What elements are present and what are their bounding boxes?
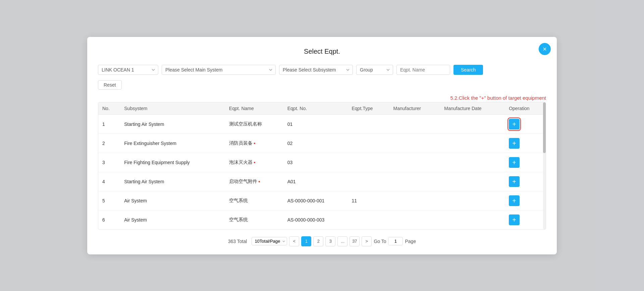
cell-eqpt-name: 启动空气附件 <box>225 172 283 191</box>
cell-eqpt-type <box>347 153 389 172</box>
next-page-button[interactable]: > <box>362 236 372 246</box>
cell-no: 4 <box>98 172 120 191</box>
cell-eqpt-no: A01 <box>283 172 348 191</box>
cell-eqpt-no: 02 <box>283 134 348 153</box>
cell-eqpt-type <box>347 172 389 191</box>
add-equipment-button[interactable]: + <box>509 119 520 130</box>
select-eqpt-modal: Select Eqpt. × LINK OCEAN 1 Please Selec… <box>87 37 557 254</box>
cell-operation: + <box>505 134 546 153</box>
add-equipment-button[interactable]: + <box>509 214 520 225</box>
reset-button[interactable]: Reset <box>98 80 122 90</box>
cell-eqpt-name: 空气系统 <box>225 191 283 210</box>
cell-eqpt-name: 测试空压机名称 <box>225 114 283 134</box>
add-equipment-button[interactable]: + <box>509 195 520 206</box>
page-per-select[interactable]: 10Total/Page 20Total/Page 50Total/Page <box>252 237 287 245</box>
cell-manufacturer <box>389 153 440 172</box>
cell-eqpt-no: 03 <box>283 153 348 172</box>
add-equipment-button[interactable]: + <box>509 138 520 149</box>
close-button[interactable]: × <box>539 43 551 55</box>
cell-subsystem: Fire Fighting Equipment Supply <box>120 153 225 172</box>
cell-manufacture-date <box>440 172 505 191</box>
page-total: 363 Total <box>228 239 247 244</box>
cell-no: 5 <box>98 191 120 210</box>
cell-manufacturer <box>389 114 440 134</box>
cell-manufacturer <box>389 191 440 210</box>
add-equipment-button[interactable]: + <box>509 157 520 168</box>
vessel-select[interactable]: LINK OCEAN 1 <box>98 65 158 75</box>
col-eqpt-name: Eqpt. Name <box>225 102 283 115</box>
cell-subsystem: Starting Air System <box>120 114 225 134</box>
col-eqpt-no: Eqpt. No. <box>283 102 348 115</box>
cell-eqpt-type <box>347 134 389 153</box>
add-equipment-button[interactable]: + <box>509 176 520 187</box>
cell-eqpt-name: 泡沫灭火器 <box>225 153 283 172</box>
cell-subsystem: Fire Extinguisher System <box>120 134 225 153</box>
equipment-table: No. Subsystem Eqpt. Name Eqpt. No. Eqpt.… <box>98 102 546 229</box>
cell-manufacture-date <box>440 114 505 134</box>
prev-page-button[interactable]: < <box>289 236 299 246</box>
cell-subsystem: Air System <box>120 210 225 229</box>
hint-row: 5.2.Click the "+" button of target equip… <box>98 95 546 101</box>
cell-eqpt-name: 空气系统 <box>225 210 283 229</box>
scrollbar-thumb[interactable] <box>543 102 546 153</box>
cell-manufacture-date <box>440 191 505 210</box>
modal-title: Select Eqpt. <box>98 48 546 55</box>
eqpt-name-text: 泡沫灭火器 <box>229 159 256 165</box>
page-3-button[interactable]: 3 <box>325 236 335 246</box>
table-row: 2 Fire Extinguisher System 消防员装备 02 + <box>98 134 546 153</box>
cell-no: 3 <box>98 153 120 172</box>
equipment-table-wrapper: No. Subsystem Eqpt. Name Eqpt. No. Eqpt.… <box>98 102 546 230</box>
page-ellipsis: ... <box>337 236 347 246</box>
cell-eqpt-type: 11 <box>347 191 389 210</box>
cell-operation: + <box>505 114 546 134</box>
table-row: 3 Fire Fighting Equipment Supply 泡沫灭火器 0… <box>98 153 546 172</box>
col-no: No. <box>98 102 120 115</box>
cell-subsystem: Air System <box>120 191 225 210</box>
subsystem-select[interactable]: Please Select Subsystem <box>279 65 353 75</box>
cell-no: 2 <box>98 134 120 153</box>
cell-eqpt-no: AS-0000-000-003 <box>283 210 348 229</box>
col-manufacture-date: Manufacture Date <box>440 102 505 115</box>
goto-input[interactable] <box>388 237 403 245</box>
table-row: 5 Air System 空气系统 AS-0000-000-001 11 + <box>98 191 546 210</box>
cell-no: 6 <box>98 210 120 229</box>
cell-manufacture-date <box>440 153 505 172</box>
cell-subsystem: Starting Air System <box>120 172 225 191</box>
group-select[interactable]: Group <box>356 65 393 75</box>
col-operation: Operation <box>505 102 546 115</box>
scrollbar-track[interactable] <box>543 102 546 229</box>
cell-eqpt-name: 消防员装备 <box>225 134 283 153</box>
modal-overlay: Select Eqpt. × LINK OCEAN 1 Please Selec… <box>0 0 644 291</box>
col-eqpt-type: Eqpt.Type <box>347 102 389 115</box>
cell-eqpt-no: AS-0000-000-001 <box>283 191 348 210</box>
eqpt-name-input[interactable] <box>396 65 450 75</box>
cell-manufacturer <box>389 210 440 229</box>
cell-manufacturer <box>389 172 440 191</box>
col-subsystem: Subsystem <box>120 102 225 115</box>
table-row: 1 Starting Air System 测试空压机名称 01 + <box>98 114 546 134</box>
cell-manufacture-date <box>440 134 505 153</box>
eqpt-name-text: 测试空压机名称 <box>229 121 262 127</box>
eqpt-name-text: 空气系统 <box>229 198 248 203</box>
hint-text: 5.2.Click the "+" button of target equip… <box>450 95 546 101</box>
eqpt-name-text: 启动空气附件 <box>229 179 260 184</box>
goto-label: Go To <box>374 239 386 244</box>
cell-operation: + <box>505 172 546 191</box>
cell-eqpt-type <box>347 114 389 134</box>
cell-no: 1 <box>98 114 120 134</box>
main-system-select[interactable]: Please Select Main System <box>162 65 276 75</box>
table-row: 4 Starting Air System 启动空气附件 A01 + <box>98 172 546 191</box>
search-button[interactable]: Search <box>453 65 483 75</box>
table-header-row: No. Subsystem Eqpt. Name Eqpt. No. Eqpt.… <box>98 102 546 115</box>
eqpt-name-text: 空气系统 <box>229 217 248 222</box>
pagination-row: 363 Total 10Total/Page 20Total/Page 50To… <box>98 236 546 246</box>
table-row: 6 Air System 空气系统 AS-0000-000-003 + <box>98 210 546 229</box>
col-manufacturer: Manufacturer <box>389 102 440 115</box>
page-37-button[interactable]: 37 <box>350 236 360 246</box>
page-1-button[interactable]: 1 <box>301 236 311 246</box>
page-label: Page <box>405 239 416 244</box>
page-2-button[interactable]: 2 <box>313 236 323 246</box>
cell-manufacture-date <box>440 210 505 229</box>
cell-operation: + <box>505 210 546 229</box>
cell-eqpt-type <box>347 210 389 229</box>
